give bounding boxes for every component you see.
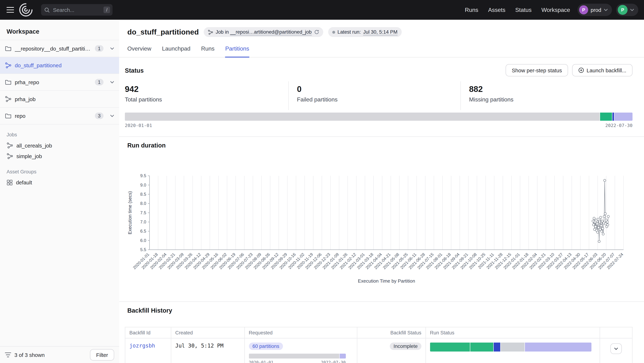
sidebar-item-do-stuff-partitioned[interactable]: do_stuff_partitioned <box>0 57 119 74</box>
latest-run-label: Latest run: <box>338 29 361 35</box>
tab-partitions[interactable]: Partitions <box>225 42 249 58</box>
nav-runs[interactable]: Runs <box>465 7 478 13</box>
stat-failed-partitions: 0 Failed partitions <box>289 81 461 110</box>
row-expand-button[interactable] <box>610 344 622 354</box>
stat-value: 882 <box>469 84 624 94</box>
svg-text:7.5: 7.5 <box>140 210 146 215</box>
deployment-label: prod <box>590 7 601 13</box>
partition-status-bar[interactable] <box>125 112 632 121</box>
tab-bar: Overview Launchpad Runs Partitions <box>119 42 644 58</box>
job-origin-badge: Job in __reposi…artitioned@partitioned_j… <box>204 27 323 37</box>
launch-backfill-button[interactable]: Launch backfill... <box>572 64 632 76</box>
user-menu[interactable]: P <box>616 4 638 16</box>
search-field[interactable] <box>52 6 101 13</box>
svg-text:8.5: 8.5 <box>140 192 146 196</box>
sidebar-item-prha-repo[interactable]: prha_repo 1 <box>0 74 119 91</box>
backfill-history-title: Backfill History <box>127 307 632 314</box>
reload-repository-icon[interactable] <box>314 30 319 34</box>
stat-label: Failed partitions <box>297 96 452 103</box>
sidebar-item-default-group[interactable]: default <box>0 177 119 188</box>
sidebar-item-label: all_cereals_job <box>16 142 52 148</box>
run-status-dot <box>332 30 335 34</box>
run-duration-section: Run duration 2020-01-012020-01-182020-02… <box>119 136 644 290</box>
backfill-id-link[interactable]: jozrgsbh <box>129 342 155 348</box>
sidebar-item-label: __repository__do_stuff_partitio… <box>15 45 92 52</box>
svg-text:5.5: 5.5 <box>140 247 146 252</box>
job-icon <box>7 142 13 149</box>
folder-icon <box>5 112 12 119</box>
tab-runs[interactable]: Runs <box>201 42 214 58</box>
page-title: do_stuff_partitioned <box>127 28 199 36</box>
job-icon <box>7 153 13 159</box>
tab-launchpad[interactable]: Launchpad <box>162 42 190 58</box>
sidebar-item-prha-job[interactable]: prha_job <box>0 91 119 108</box>
workspace-sidebar: Workspace __repository__do_stuff_partiti… <box>0 20 120 363</box>
backfill-requested-cell: 60 partitions 2020-01-01 2022-07-30 <box>244 338 357 363</box>
job-origin-link[interactable]: __reposi…artitioned@partitioned_job <box>230 29 312 35</box>
chevron-down-icon[interactable] <box>110 81 114 84</box>
show-per-step-status-button[interactable]: Show per-step status <box>506 64 568 76</box>
main-content: do_stuff_partitioned Job in __reposi…art… <box>119 20 644 363</box>
shown-count-label: 3 of 3 shown <box>14 352 44 358</box>
sidebar-item-simple-job[interactable]: simple_job <box>0 151 119 161</box>
svg-text:7.0: 7.0 <box>140 220 146 224</box>
svg-text:Execution Time by Partition: Execution Time by Partition <box>358 278 415 284</box>
chevron-down-icon <box>630 9 634 11</box>
job-icon <box>208 29 213 35</box>
backfill-status-cell: Incomplete <box>357 338 426 363</box>
search-input[interactable]: / <box>41 4 112 16</box>
stat-label: Missing partitions <box>469 96 624 103</box>
search-shortcut-key: / <box>104 7 110 13</box>
requested-partitions-badge[interactable]: 60 partitions <box>249 342 283 350</box>
status-badge: Incomplete <box>390 342 421 350</box>
filter-list-icon <box>5 352 11 357</box>
sidebar-item-repo[interactable]: repo 3 <box>0 108 119 124</box>
menu-icon[interactable] <box>0 7 18 13</box>
latest-run-link[interactable]: Jul 30, 5:14 PM <box>363 29 397 35</box>
filter-button[interactable]: Filter <box>90 349 114 361</box>
backfill-table: Backfill Id Created Requested Backfill S… <box>125 327 632 363</box>
partition-range-end: 2022-07-30 <box>605 123 632 128</box>
plus-circle-icon <box>578 67 584 73</box>
job-in-label: Job in <box>216 29 230 35</box>
run-status-bar[interactable] <box>430 342 591 352</box>
column-header-backfill-status: Backfill Status <box>357 327 426 338</box>
nav-status[interactable]: Status <box>515 7 532 13</box>
column-header-run-status: Run Status <box>426 327 600 338</box>
backfill-created-cell: Jul 30, 5:12 PM <box>171 338 244 363</box>
svg-text:6.0: 6.0 <box>140 238 146 243</box>
chevron-down-icon[interactable] <box>110 47 114 50</box>
repo-list: __repository__do_stuff_partitio… 1 do_st… <box>0 40 119 124</box>
partition-stats: 942 Total partitions 0 Failed partitions… <box>125 81 632 110</box>
column-header-created: Created <box>171 327 244 338</box>
chevron-down-icon[interactable] <box>110 114 114 117</box>
svg-text:6.5: 6.5 <box>140 229 146 234</box>
backfill-table-header: Backfill Id Created Requested Backfill S… <box>125 327 632 338</box>
execution-time-chart: 2020-01-012020-01-182020-02-042020-02-21… <box>119 152 632 290</box>
sidebar-item-all-cereals-job[interactable]: all_cereals_job <box>0 140 119 151</box>
svg-text:Execution time (secs): Execution time (secs) <box>127 191 132 234</box>
stat-label: Total partitions <box>125 96 280 103</box>
dagster-logo[interactable] <box>19 3 33 17</box>
repo-count-badge: 3 <box>95 112 104 119</box>
tab-overview[interactable]: Overview <box>127 42 151 58</box>
sidebar-item-label: simple_job <box>16 153 42 159</box>
requested-partition-bar <box>249 354 346 358</box>
top-navigation-bar: / Runs Assets Status Workspace P prod P <box>0 0 644 20</box>
sidebar-item-label: prha_repo <box>15 79 39 85</box>
nav-assets[interactable]: Assets <box>488 7 506 13</box>
search-icon <box>44 7 50 12</box>
status-title: Status <box>125 67 144 74</box>
sidebar-item-repository-do-stuff[interactable]: __repository__do_stuff_partitio… 1 <box>0 40 119 57</box>
stat-total-partitions: 942 Total partitions <box>125 81 289 110</box>
deployment-switcher[interactable]: P prod <box>578 4 612 16</box>
svg-text:8.0: 8.0 <box>140 201 146 206</box>
status-section-header: Status Show per-step status Launch backf… <box>125 64 632 76</box>
stat-missing-partitions: 882 Missing partitions <box>461 81 632 110</box>
repo-count-badge: 1 <box>95 79 104 86</box>
backfill-history-section: Backfill History Backfill Id Created Req… <box>119 302 644 363</box>
chevron-down-icon <box>604 9 608 11</box>
nav-workspace[interactable]: Workspace <box>542 7 570 13</box>
svg-text:9.0: 9.0 <box>140 182 146 188</box>
partition-range-start: 2020-01-01 <box>125 123 152 128</box>
